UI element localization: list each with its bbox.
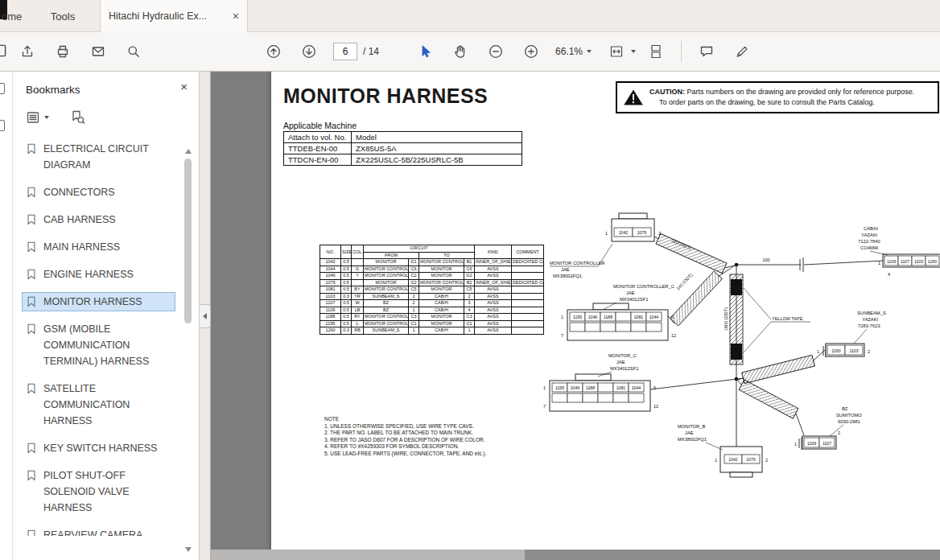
connector-label: SUMITOMO — [836, 413, 862, 418]
svg-text:1107: 1107 — [822, 441, 831, 446]
bookmark-item[interactable]: ELECTRICAL CIRCUIT DIAGRAM — [23, 140, 175, 174]
yellow-tape-mark-bottom — [731, 344, 742, 360]
svg-text:1195: 1195 — [573, 315, 582, 319]
scroll-mode-button[interactable] — [644, 39, 668, 64]
horizontal-scroll-thumb[interactable] — [525, 550, 940, 560]
bookmark-item[interactable]: CAB HARNESS — [23, 211, 175, 229]
select-tool-button[interactable] — [413, 39, 437, 64]
svg-text:1260: 1260 — [928, 259, 938, 264]
bookmark-icon — [26, 469, 37, 485]
bookmark-icon — [26, 268, 37, 284]
previous-page-button[interactable] — [262, 39, 286, 64]
comment-button[interactable] — [695, 39, 719, 64]
tab-close-icon[interactable]: × — [233, 10, 239, 22]
print-button[interactable] — [51, 39, 75, 64]
connector-monitor-controller-c: 11951046118810811044 1 6 7 12 MONITOR CO… — [561, 284, 676, 340]
share-icon — [19, 43, 35, 60]
svg-text:1042: 1042 — [619, 230, 629, 235]
bookmark-icon — [26, 142, 37, 159]
email-button[interactable] — [86, 39, 110, 64]
zoom-caret-icon[interactable] — [587, 50, 592, 53]
zoom-out-icon — [488, 43, 504, 60]
zoom-in-button[interactable] — [519, 39, 543, 64]
bookmark-item[interactable]: KEY SWITCH HARNESS — [23, 439, 175, 457]
bookmark-icon — [26, 529, 37, 536]
scroll-down-icon[interactable] — [185, 547, 192, 552]
svg-text:1046: 1046 — [588, 315, 598, 319]
wire-to-cabh-2 — [804, 261, 884, 265]
search-button[interactable] — [122, 39, 146, 64]
pin-label: 1 — [878, 261, 880, 266]
tab-tools[interactable]: Tools — [42, 0, 84, 32]
svg-text:1081: 1081 — [616, 385, 626, 390]
page-number-input[interactable] — [333, 43, 357, 60]
clipped-toolbar-icon[interactable] — [0, 42, 10, 61]
connector-cells-empty — [570, 323, 662, 331]
connector-label: 7122-7840 — [858, 239, 880, 244]
svg-text:1107: 1107 — [901, 259, 909, 264]
horizontal-scrollbar[interactable] — [211, 550, 940, 560]
yellow-tape-callout: YELLOW TAPE — [744, 288, 810, 352]
zoom-level-dropdown[interactable]: 66.1% — [555, 46, 583, 57]
bookmark-item[interactable]: MONITOR HARNESS — [23, 293, 175, 311]
zoom-out-button[interactable] — [484, 39, 508, 64]
bookmark-item[interactable]: ENGINE HARNESS — [23, 266, 175, 283]
svg-text:1188: 1188 — [586, 385, 595, 390]
hand-tool-button[interactable] — [448, 39, 472, 64]
tab-home-label: ome — [2, 10, 22, 23]
pin-label: 1 — [561, 315, 563, 319]
connector-label: SUNBEAM_S — [857, 311, 886, 315]
clipped-pane-icon-2[interactable] — [0, 120, 5, 131]
share-button[interactable] — [15, 39, 39, 64]
connector-label: MONITOR CONTROLLER_C — [613, 284, 674, 289]
hand-icon — [452, 43, 468, 60]
tab-tools-label: Tools — [51, 10, 75, 23]
scroll-up-icon[interactable] — [185, 149, 192, 154]
wire-length-label-140: 140 (ODT) — [675, 272, 693, 290]
pin-label: 7 — [561, 333, 563, 338]
pin-label: 12 — [671, 333, 676, 338]
bookmark-item[interactable]: MAIN HARNESS — [23, 238, 175, 256]
scroll-pages-icon — [648, 43, 664, 60]
search-bookmarks-button[interactable] — [70, 109, 86, 126]
clipped-pane-icon[interactable] — [0, 83, 5, 94]
bookmark-icon — [26, 241, 37, 257]
bookmark-label: GSM (MOBILE COMMUNICATION TERMINAL) HARN… — [43, 321, 164, 369]
connector-label: JAE — [616, 360, 625, 364]
bookmark-item[interactable]: SATELLITE COMMUNICATION HARNESS — [23, 380, 175, 430]
bookmark-item[interactable]: CONNECTORS — [23, 183, 175, 201]
svg-text:1188: 1188 — [604, 315, 612, 319]
tab-home[interactable]: ome — [2, 0, 31, 32]
bookmark-item[interactable]: GSM (MOBILE COMMUNICATION TERMINAL) HARN… — [23, 320, 175, 370]
tab-document[interactable]: Hitachi Hydraulic Ex... × — [100, 0, 248, 32]
collapse-panel-button[interactable] — [200, 304, 211, 328]
bookmark-icon — [26, 323, 37, 339]
yellow-tape-mark-top — [731, 279, 742, 295]
connector-cells: 10421079 — [614, 228, 651, 237]
highlight-button[interactable] — [730, 39, 754, 64]
bookmark-options-button[interactable] — [26, 110, 49, 125]
wire-length-label-100: 100 — [762, 257, 769, 262]
svg-text:1042: 1042 — [728, 457, 738, 462]
bookmark-label: ENGINE HARNESS — [43, 266, 134, 282]
page-display-button[interactable] — [604, 39, 629, 64]
connector-cells: 11091107 — [804, 438, 835, 447]
bookmark-label: MONITOR HARNESS — [43, 294, 142, 310]
page-display-caret-icon[interactable] — [631, 50, 636, 53]
zoom-in-icon — [523, 43, 539, 60]
connector-monitor-controller: 10421079 1 2 MONITOR CONTROLLER JAE MX38… — [550, 213, 661, 278]
svg-text:1081: 1081 — [634, 315, 644, 319]
sidebar-scrollbar[interactable] — [183, 149, 192, 552]
connector-sunbeam-s: 12601103 1 2 SUNBEAM_S YAZAKI 7283-7623 — [817, 311, 886, 357]
bookmark-icon — [26, 213, 37, 229]
bookmark-item[interactable]: PILOT SHUT-OFF SOLENOID VALVE HARNESS — [23, 467, 175, 517]
sidebar-scroll-thumb[interactable] — [184, 159, 192, 323]
options-caret-icon — [44, 116, 49, 119]
panel-close-icon[interactable]: × — [180, 80, 188, 93]
connector-label: MX34012SF1 — [610, 366, 638, 371]
bookmarks-title: Bookmarks — [26, 84, 80, 96]
bookmark-item[interactable]: REARVIEW CAMERA HARNESS — [23, 526, 175, 536]
connector-label: MX38002FQ1 — [553, 274, 582, 278]
pin-label: 1 — [817, 349, 819, 354]
next-page-button[interactable] — [297, 39, 321, 64]
